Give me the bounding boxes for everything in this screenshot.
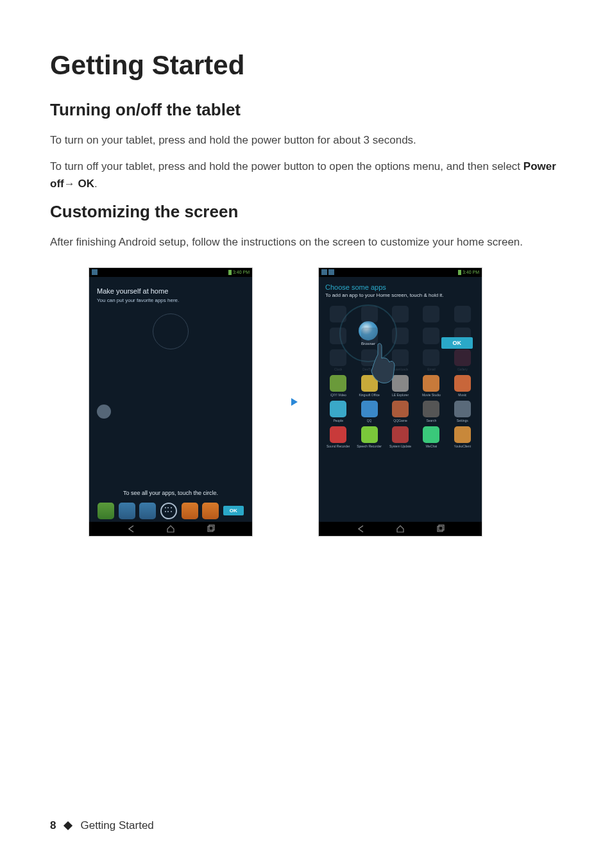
app-label: Movie Studio (422, 393, 441, 397)
app-icon (454, 401, 471, 417)
app-cell: Sound Recorder (324, 426, 352, 448)
home-icon (166, 524, 175, 533)
screenshots-row: 3:40 PM Make yourself at home You can pu… (89, 267, 562, 537)
app-cell (417, 306, 445, 324)
app-icon (423, 328, 439, 344)
app-icon (361, 401, 378, 417)
back-icon (356, 524, 365, 533)
dock-row: OK (89, 503, 252, 519)
app-icon (392, 426, 409, 443)
app-label: Sound Recorder (327, 444, 350, 448)
dock-app-icon (98, 503, 114, 519)
ok-bold: OK (78, 178, 94, 190)
app-cell: Gallery (448, 349, 477, 371)
status-bar: 3:40 PM (319, 268, 482, 277)
bottom-caption: To see all your apps, touch the circle. (89, 490, 252, 496)
app-cell (448, 306, 477, 324)
para-turn-on: To turn on your tablet, press and hold t… (50, 131, 562, 149)
svg-rect-3 (439, 525, 444, 530)
app-label: Speech Recorder (357, 444, 382, 448)
app-label: Clock (334, 367, 343, 371)
choose-apps-title: Choose some apps (325, 283, 475, 291)
app-cell: People (324, 401, 352, 422)
app-cell: Speech Recorder (355, 426, 383, 448)
app-label: LE Explorer (392, 393, 409, 397)
app-label: iQIYI Video (330, 393, 346, 397)
app-icon (392, 401, 409, 417)
app-icon (361, 306, 378, 322)
home-icon (396, 524, 405, 533)
footer-page-number: 8 (50, 819, 56, 832)
app-icon (361, 426, 378, 443)
recent-apps-icon (436, 524, 445, 533)
app-icon (330, 306, 346, 322)
app-cell: Music (448, 375, 477, 397)
app-cell: Email (417, 349, 445, 371)
status-right: 3:40 PM (458, 270, 479, 275)
app-icon (454, 426, 471, 443)
app-cell (324, 328, 352, 346)
nav-bar (89, 522, 252, 536)
app-icon (392, 306, 409, 322)
app-icon (423, 426, 439, 443)
app-icon (330, 375, 346, 392)
app-icon (330, 328, 346, 344)
dock-app-icon (182, 503, 198, 519)
app-label: Email (427, 367, 436, 371)
para-turn-off: To turn off your tablet, press and hold … (50, 158, 562, 192)
status-notification-icon (321, 269, 327, 275)
section-heading-customize: Customizing the screen (50, 202, 562, 222)
arrow-right-icon (272, 396, 299, 408)
app-label: Search (426, 419, 436, 422)
app-folder-icon (97, 405, 111, 419)
app-icon (423, 306, 439, 322)
app-icon (330, 401, 346, 417)
app-cell: Movie Studio (417, 375, 445, 397)
para-turn-off-pre: To turn off your tablet, press and hold … (50, 160, 523, 172)
status-time: 3:40 PM (233, 270, 250, 274)
home-tutorial-title: Make yourself at home (97, 287, 244, 295)
app-label: Gallery (457, 367, 468, 371)
app-label: People (333, 419, 343, 422)
arrow-text: → (64, 178, 78, 190)
ok-button: OK (223, 506, 244, 515)
app-cell (324, 306, 352, 324)
app-cell: QQGame (386, 401, 414, 422)
home-tutorial-header: Make yourself at home You can put your f… (89, 277, 252, 308)
status-right: 3:40 PM (228, 270, 250, 275)
section-heading-power: Turning on/off the tablet (50, 100, 562, 120)
svg-rect-0 (208, 526, 213, 531)
app-cell (386, 306, 414, 324)
app-label: QQGame (393, 419, 407, 422)
svg-rect-2 (438, 526, 443, 531)
app-cell (355, 306, 383, 324)
para-turn-off-post: . (94, 178, 98, 190)
app-cell: Settings (448, 401, 477, 422)
app-icon (454, 349, 471, 366)
footer-diamond-icon (64, 821, 72, 830)
dock-app-icon (139, 503, 156, 519)
app-cell: Clock (324, 349, 352, 371)
back-icon (126, 524, 135, 533)
recent-apps-icon (206, 524, 215, 533)
app-cell: Search (417, 401, 445, 422)
app-label: Music (458, 393, 466, 397)
screenshot-home-tutorial: 3:40 PM Make yourself at home You can pu… (89, 267, 253, 537)
para-customize: After finishing Android setup, follow th… (50, 233, 562, 251)
dock-app-icon (119, 503, 135, 519)
battery-icon (228, 270, 232, 275)
app-label: WeChat (425, 444, 437, 448)
app-grid: Browser ClockDevToolsDownloadsEmailGalle… (319, 301, 482, 453)
footer-section-title: Getting Started (80, 819, 153, 832)
choose-apps-header: Choose some apps To add an app to your H… (319, 277, 482, 301)
screenshot-choose-apps: 3:40 PM Choose some apps To add an app t… (318, 267, 482, 537)
app-label: Settings (457, 419, 468, 422)
app-cell: System Update (386, 426, 414, 448)
page-title: Getting Started (50, 50, 562, 81)
finger-touch-icon (365, 340, 397, 385)
apps-drawer-icon (160, 503, 177, 519)
tutorial-ring-icon (153, 313, 189, 349)
ok-button: OK (441, 337, 473, 349)
home-tutorial-subtitle: You can put your favorite apps here. (97, 297, 244, 303)
app-icon (454, 375, 471, 392)
